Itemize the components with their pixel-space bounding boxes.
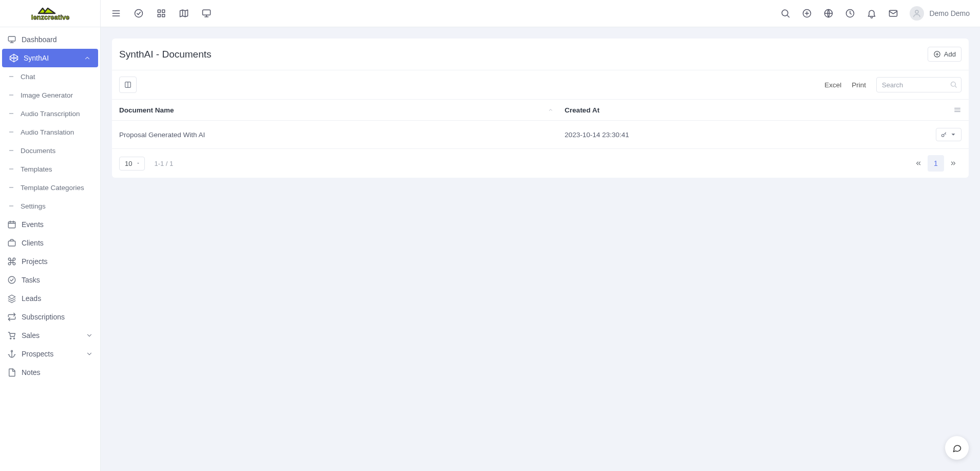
sidebar-item-label: Projects — [22, 257, 48, 266]
sidebar-item-label: Sales — [22, 331, 40, 340]
display-button[interactable] — [201, 8, 212, 18]
svg-rect-1 — [8, 36, 15, 41]
table-header-row: Document Name Created At — [112, 100, 969, 121]
repeat-icon — [7, 312, 16, 322]
sidebar-item-label: SynthAI — [24, 54, 49, 62]
chevron-up-icon — [84, 54, 91, 62]
bell-icon — [866, 8, 877, 18]
monitor-icon — [201, 8, 212, 18]
sidebar-item-leads[interactable]: Leads — [0, 289, 100, 308]
sidebar-sub-audio-transcription[interactable]: Audio Transcription — [0, 104, 100, 123]
pager: 1 — [910, 155, 962, 172]
sidebar-item-events[interactable]: Events — [0, 215, 100, 234]
pager-last-button[interactable] — [945, 155, 962, 172]
pager-page-1[interactable]: 1 — [928, 155, 944, 172]
export-excel-button[interactable]: Excel — [819, 78, 846, 92]
search-input[interactable] — [876, 77, 962, 92]
clock-icon — [845, 8, 855, 18]
pager-first-button[interactable] — [910, 155, 927, 172]
svg-rect-12 — [162, 14, 165, 17]
language-button[interactable] — [823, 8, 834, 18]
sidebar-sub-templates[interactable]: Templates — [0, 160, 100, 178]
sidebar-item-clients[interactable]: Clients — [0, 234, 100, 252]
column-header-created[interactable]: Created At — [557, 100, 929, 121]
topbar-right: Demo Demo — [780, 6, 970, 21]
sidebar-item-subscriptions[interactable]: Subscriptions — [0, 308, 100, 326]
chevron-down-icon — [86, 350, 93, 357]
user-icon — [912, 9, 921, 18]
cell-created: 2023-10-14 23:30:41 — [557, 121, 929, 149]
chevrons-right-icon — [950, 160, 957, 167]
chat-fab[interactable] — [945, 436, 969, 460]
check-circle-icon — [134, 8, 144, 18]
table-row[interactable]: Proposal Generated With AI 2023-10-14 23… — [112, 121, 969, 149]
sidebar-item-label: Tasks — [22, 276, 40, 284]
svg-point-22 — [951, 82, 956, 87]
dash-icon — [9, 150, 13, 151]
chevron-down-icon — [86, 332, 93, 339]
cart-icon — [7, 331, 16, 340]
sidebar-item-projects[interactable]: Projects — [0, 252, 100, 271]
svg-text:lenzcreative: lenzcreative — [31, 13, 69, 21]
search-button[interactable] — [780, 8, 790, 18]
main: Demo Demo SynthAI - Documents Add — [101, 0, 980, 471]
column-header-actions[interactable] — [929, 100, 969, 121]
user-menu[interactable]: Demo Demo — [910, 6, 970, 21]
plus-circle-icon — [802, 8, 812, 18]
add-label: Add — [944, 50, 956, 58]
sidebar-item-label: Dashboard — [22, 35, 57, 44]
sidebar-item-sales[interactable]: Sales — [0, 326, 100, 345]
map-button[interactable] — [179, 8, 189, 18]
menu-toggle-button[interactable] — [111, 8, 121, 18]
svg-point-8 — [135, 10, 143, 17]
briefcase-icon — [7, 238, 16, 248]
row-actions-button[interactable] — [936, 128, 962, 141]
columns-toggle-button[interactable] — [119, 77, 137, 93]
notifications-button[interactable] — [866, 8, 877, 18]
page-size-select[interactable]: 10 — [119, 157, 145, 171]
sidebar-sub-template-categories[interactable]: Template Categories — [0, 178, 100, 197]
add-document-button[interactable]: Add — [928, 47, 962, 62]
apps-button[interactable] — [156, 8, 166, 18]
brand-logo[interactable]: lenzcreative — [0, 0, 100, 27]
sidebar-item-label: Events — [22, 220, 44, 229]
search-wrap — [876, 77, 962, 92]
add-button[interactable] — [802, 8, 812, 18]
sidebar-item-synthai[interactable]: SynthAI — [2, 49, 98, 67]
tasks-shortcut-button[interactable] — [134, 8, 144, 18]
column-header-name[interactable]: Document Name — [112, 100, 557, 121]
history-button[interactable] — [845, 8, 855, 18]
sidebar-item-dashboard[interactable]: Dashboard — [0, 30, 100, 49]
sidebar: lenzcreative Dashboard SynthAI Chat Imag… — [0, 0, 101, 471]
topbar-left — [111, 8, 212, 18]
grid-icon — [156, 8, 166, 18]
codepen-icon — [9, 53, 18, 63]
sidebar-item-label: Leads — [22, 294, 41, 303]
sidebar-sub-chat[interactable]: Chat — [0, 67, 100, 86]
dash-icon — [9, 95, 13, 96]
check-circle-icon — [7, 275, 16, 285]
card-header: SynthAI - Documents Add — [112, 39, 969, 70]
globe-icon — [823, 8, 834, 18]
sidebar-item-label: Notes — [22, 368, 41, 376]
sidebar-sub-audio-translation[interactable]: Audio Translation — [0, 123, 100, 141]
svg-point-4 — [8, 276, 15, 284]
card-footer: 10 1-1 / 1 1 — [112, 149, 969, 178]
page-title: SynthAI - Documents — [119, 49, 212, 60]
content: SynthAI - Documents Add Excel Print — [101, 27, 980, 189]
sidebar-item-prospects[interactable]: Prospects — [0, 345, 100, 363]
sidebar-sub-image-generator[interactable]: Image Generator — [0, 86, 100, 104]
map-icon — [179, 8, 189, 18]
sidebar-sub-documents[interactable]: Documents — [0, 141, 100, 160]
export-print-button[interactable]: Print — [846, 78, 871, 92]
chat-icon — [952, 443, 962, 453]
sidebar-sub-label: Chat — [21, 73, 35, 81]
sidebar-item-tasks[interactable]: Tasks — [0, 271, 100, 289]
messages-button[interactable] — [888, 8, 898, 18]
sidebar-sub-label: Audio Translation — [21, 128, 74, 136]
dash-icon — [9, 168, 13, 169]
sidebar-sub-label: Documents — [21, 147, 55, 155]
sidebar-sub-settings[interactable]: Settings — [0, 197, 100, 215]
sidebar-item-notes[interactable]: Notes — [0, 363, 100, 382]
caret-down-icon — [136, 161, 140, 165]
